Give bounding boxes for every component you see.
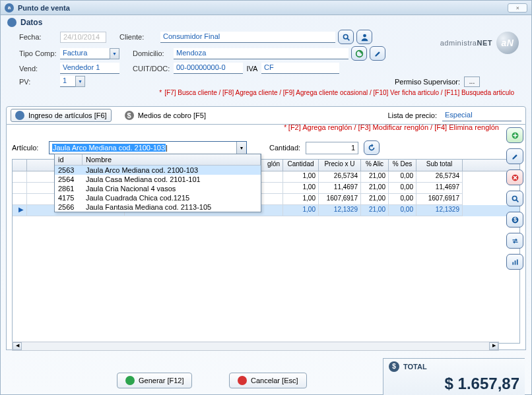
- svg-line-1: [347, 38, 349, 40]
- svg-rect-10: [512, 262, 514, 264]
- close-icon: [238, 376, 247, 385]
- tabs: Ingreso de artículos [F6] $Medios de cob…: [6, 106, 526, 125]
- total-value: $ 1.657,87: [389, 375, 519, 393]
- window-title: Punto de venta: [18, 4, 70, 12]
- domicilio-label: Domicilio:: [133, 49, 174, 57]
- vend-field[interactable]: Vendedor 1: [60, 63, 119, 74]
- iva-field[interactable]: CF: [261, 63, 339, 74]
- svg-point-0: [343, 34, 348, 39]
- check-icon: [125, 376, 135, 385]
- cancelar-button[interactable]: Cancelar [Esc]: [229, 373, 307, 388]
- iva-label: IVA: [243, 65, 261, 73]
- edit-row-button[interactable]: [506, 148, 523, 164]
- transfer-button[interactable]: [506, 233, 523, 249]
- app-icon: a: [5, 3, 14, 13]
- add-client-button[interactable]: [356, 30, 372, 44]
- permiso-button[interactable]: ...: [464, 76, 480, 87]
- svg-line-7: [516, 200, 518, 202]
- tipo-label: Tipo Comp:: [19, 49, 60, 57]
- edit-client-button[interactable]: [370, 46, 385, 61]
- casual-client-button[interactable]: [351, 46, 367, 61]
- stats-button[interactable]: [506, 254, 523, 270]
- chevron-down-icon: ▼: [110, 48, 119, 59]
- delete-row-button[interactable]: [506, 169, 523, 185]
- cantidad-label: Cantidad:: [269, 144, 300, 152]
- pv-label: PV:: [19, 78, 60, 86]
- pv-combo[interactable]: 1▼: [60, 76, 85, 87]
- cliente-label: Cliente:: [119, 33, 160, 41]
- renglon-hint: * [F2] Agrega renglón / [F3] Modificar r…: [284, 123, 499, 131]
- dollar-icon: $: [125, 111, 134, 120]
- close-button[interactable]: ⨉: [508, 3, 527, 13]
- search-row-button[interactable]: [506, 191, 523, 206]
- datos-label: Datos: [20, 18, 42, 27]
- domicilio-field[interactable]: Mendoza: [174, 48, 349, 59]
- dropdown-row[interactable]: 2564Jaula Casa Mediana cod. 2101-101: [55, 175, 261, 184]
- svg-point-6: [512, 196, 517, 200]
- tab-icon: [15, 111, 24, 120]
- fecha-label: Fecha:: [19, 33, 60, 41]
- tab-cobro[interactable]: $Medios de cobro [F5]: [121, 109, 210, 121]
- refresh-button[interactable]: [364, 140, 380, 155]
- svg-rect-12: [516, 259, 517, 264]
- dropdown-row[interactable]: 4175Jaula Cuadrada Chica cod.1215: [55, 193, 261, 202]
- horizontal-scrollbar[interactable]: ◀ ▶: [12, 342, 499, 351]
- articulo-dropdown[interactable]: id Nombre 2563Jaula Arco Mediana cod. 21…: [54, 154, 261, 212]
- cantidad-input[interactable]: [306, 142, 358, 154]
- cliente-field[interactable]: Consumidor Final: [160, 32, 335, 43]
- dropdown-row[interactable]: 2563Jaula Arco Mediana cod. 2100-103: [55, 166, 261, 175]
- section-icon: [7, 18, 17, 27]
- brand-logo: administraNET aN: [440, 32, 519, 54]
- dollar-icon: $: [389, 361, 399, 372]
- svg-rect-11: [514, 260, 515, 265]
- total-box: $TOTAL $ 1.657,87: [383, 358, 525, 395]
- search-client-button[interactable]: [338, 30, 354, 44]
- lista-label: Lista de precio:: [387, 111, 437, 119]
- svg-text:$: $: [514, 216, 517, 222]
- dropdown-col-nombre: Nombre: [83, 154, 261, 165]
- svg-point-2: [363, 34, 366, 37]
- price-button[interactable]: $: [506, 212, 523, 228]
- shortcuts-hint: [F7] Busca cliente / [F8] Agrega cliente…: [164, 89, 514, 96]
- cuit-field[interactable]: 00-00000000-0: [174, 63, 243, 74]
- generar-button[interactable]: Generar [F12]: [117, 373, 192, 388]
- fecha-field[interactable]: 24/10/2014: [60, 32, 106, 43]
- dropdown-row[interactable]: 2566Jaula Fantasia Mediana cod. 2113-105: [55, 202, 261, 212]
- tab-ingreso[interactable]: Ingreso de artículos [F6]: [11, 109, 112, 122]
- permiso-label: Permiso Supervisor:: [395, 78, 460, 86]
- chevron-down-icon: ▼: [75, 76, 85, 87]
- scroll-left-button[interactable]: ◀: [13, 342, 22, 350]
- cuit-label: CUIT/DOC:: [133, 65, 174, 73]
- articulo-label: Artículo:: [12, 144, 44, 152]
- lista-field[interactable]: Especial: [442, 110, 521, 121]
- chevron-down-icon[interactable]: ▼: [236, 142, 246, 154]
- scroll-right-button[interactable]: ▶: [489, 342, 498, 350]
- tipo-combo[interactable]: Factura▼: [60, 48, 119, 59]
- vend-label: Vend:: [19, 65, 60, 73]
- titlebar: a Punto de venta ⨉: [1, 1, 531, 15]
- dropdown-col-id: id: [55, 154, 83, 165]
- dropdown-row[interactable]: 2861Jaula Cria Nacional 4 vasos: [55, 184, 261, 193]
- articulo-combo[interactable]: Jaula Arco Mediana cod. 2100-103| ▼: [49, 141, 247, 154]
- add-row-button[interactable]: [506, 127, 523, 143]
- datos-header: Datos: [1, 15, 531, 28]
